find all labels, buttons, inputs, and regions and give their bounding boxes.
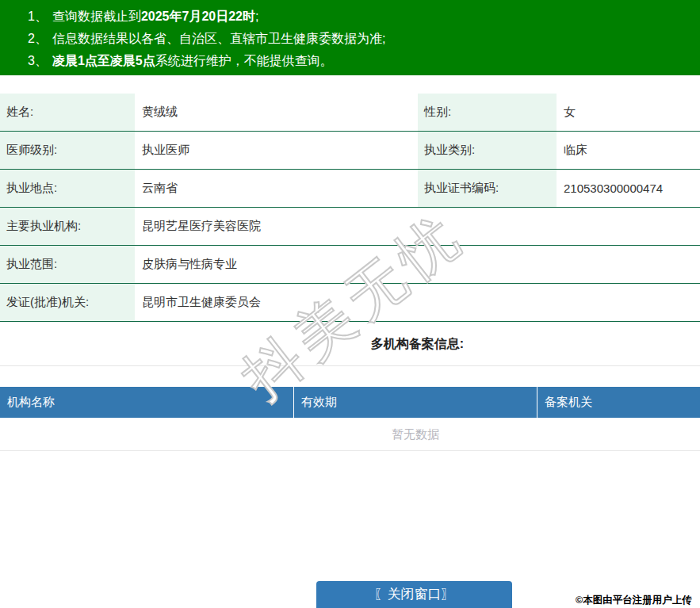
doctor-level-value: 执业医师 (135, 132, 418, 169)
notice-text-bold: 2025年7月20日22时 (141, 10, 255, 23)
physician-query-result-page: 1、查询数据截止到2025年7月20日22时; 2、信息数据结果以各省、自治区、… (0, 0, 700, 608)
copyright-stamp: ©本图由平台注册用户上传 (576, 594, 692, 607)
certificate-number-value: 210530300000474 (557, 170, 700, 207)
doctor-level-label: 医师级别: (0, 132, 135, 169)
notice-text: ; (255, 10, 258, 23)
issuing-authority-value: 昆明市卫生健康委员会 (135, 284, 700, 321)
table-row: 姓名: 黄绒绒 性别: 女 (0, 94, 700, 132)
notice-line-2: 2、信息数据结果以各省、自治区、直辖市卫生健康委数据为准; (28, 28, 692, 50)
column-header-institution-name: 机构名称 (0, 387, 293, 418)
notice-line-3: 3、凌晨1点至凌晨5点系统进行维护，不能提供查询。 (28, 50, 692, 72)
column-header-validity-period: 有效期 (294, 387, 537, 418)
gender-label: 性别: (418, 94, 557, 131)
notice-number: 1、 (28, 10, 48, 23)
no-data-text: 暂无数据 (294, 418, 537, 451)
table-row: 医师级别: 执业医师 执业类别: 临床 (0, 132, 700, 170)
section-title: 多机构备案信息: (135, 323, 700, 366)
practice-scope-value: 皮肤病与性病专业 (135, 246, 700, 283)
practice-location-value: 云南省 (135, 170, 418, 207)
notice-number: 3、 (28, 54, 48, 67)
physician-info-table: 姓名: 黄绒绒 性别: 女 医师级别: 执业医师 执业类别: 临床 执业地点: … (0, 94, 700, 322)
practice-category-value: 临床 (557, 132, 700, 169)
notice-text-bold: 凌晨1点至凌晨5点 (52, 54, 155, 67)
practice-scope-label: 执业范围: (0, 246, 135, 283)
table-row: 执业地点: 云南省 执业证书编码: 210530300000474 (0, 170, 700, 208)
records-empty-row: 暂无数据 (0, 418, 700, 451)
certificate-number-label: 执业证书编码: (418, 170, 557, 207)
gender-value: 女 (557, 94, 700, 131)
notice-text: 信息数据结果以各省、自治区、直辖市卫生健康委数据为准; (52, 32, 385, 45)
practice-category-label: 执业类别: (418, 132, 557, 169)
notice-text: 系统进行维护，不能提供查询。 (155, 54, 333, 67)
issuing-authority-label: 发证(批准)机关: (0, 284, 135, 321)
notice-line-1: 1、查询数据截止到2025年7月20日22时; (28, 6, 692, 28)
notice-banner: 1、查询数据截止到2025年7月20日22时; 2、信息数据结果以各省、自治区、… (0, 0, 700, 75)
notice-text: 查询数据截止到 (52, 10, 141, 23)
table-row: 主要执业机构: 昆明艺星医疗美容医院 (0, 208, 700, 246)
name-value: 黄绒绒 (135, 94, 418, 131)
records-table-header: 机构名称 有效期 备案机关 (0, 387, 700, 418)
table-row: 执业范围: 皮肤病与性病专业 (0, 246, 700, 284)
practice-location-label: 执业地点: (0, 170, 135, 207)
main-institution-value: 昆明艺星医疗美容医院 (135, 208, 700, 245)
name-label: 姓名: (0, 94, 135, 131)
column-header-record-authority: 备案机关 (537, 387, 700, 418)
close-window-button[interactable]: 〖关闭窗口〗 (316, 581, 512, 608)
notice-number: 2、 (28, 32, 48, 45)
multi-institution-section: 多机构备案信息: (0, 323, 700, 366)
table-row: 发证(批准)机关: 昆明市卫生健康委员会 (0, 284, 700, 322)
main-institution-label: 主要执业机构: (0, 208, 135, 245)
